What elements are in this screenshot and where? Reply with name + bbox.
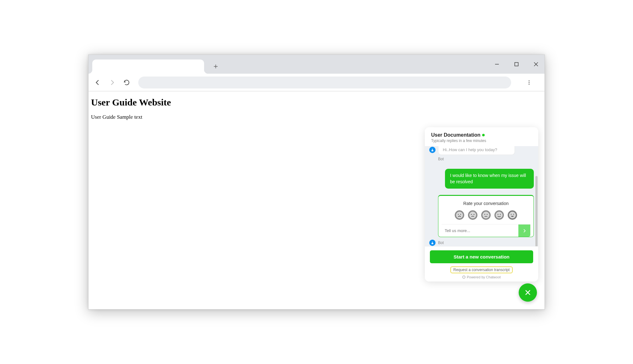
chat-title: User Documentation [431,132,480,138]
page-body-text: User Guide Sample text [91,114,542,120]
svg-point-24 [509,211,516,219]
request-transcript-link[interactable]: Request a conversation transcript [450,266,513,273]
browser-window: User Guide Website User Guide Sample tex… [88,54,545,310]
bot-sender-label: Bot [438,157,534,161]
svg-rect-3 [515,63,518,66]
chat-widget: User Documentation Typically replies in … [425,127,538,282]
rating-card: Rate your conversation [438,195,534,237]
start-new-conversation-button[interactable]: Start a new conversation [430,250,533,263]
rating-excellent-icon[interactable] [508,210,517,220]
svg-point-17 [482,211,490,219]
new-tab-button[interactable] [210,61,221,72]
svg-point-19 [487,214,488,215]
svg-point-9 [432,149,433,150]
feedback-input[interactable] [442,225,518,237]
address-bar[interactable] [138,77,511,88]
bot-avatar-icon [429,147,436,153]
back-button[interactable] [92,77,104,88]
active-tab[interactable] [92,60,204,74]
window-controls [492,55,541,74]
bot-sender-label: Bot [438,241,444,245]
browser-menu-button[interactable] [523,77,535,88]
svg-point-21 [495,211,503,219]
minimize-button[interactable] [492,59,502,70]
rating-emoji-row [442,210,530,220]
maximize-button[interactable] [511,59,522,70]
svg-point-8 [529,83,530,84]
svg-point-23 [500,214,501,215]
browser-toolbar [88,74,545,91]
powered-by-label: Powered by Chatwoot [430,275,533,279]
svg-point-22 [498,214,499,215]
chat-header: User Documentation Typically replies in … [425,127,538,146]
svg-point-12 [458,214,459,215]
page-heading: User Guide Website [91,97,542,108]
bot-message: Hi..How can I help you today? [438,146,515,155]
forward-button[interactable] [106,77,118,88]
feedback-send-button[interactable] [518,225,530,237]
rating-good-icon[interactable] [494,210,504,220]
chat-subtitle: Typically replies in a few minutes [431,139,532,143]
chatwoot-logo-icon [462,276,465,279]
svg-rect-26 [431,243,433,244]
scrollbar-thumb[interactable] [535,176,538,246]
svg-point-25 [432,242,433,243]
rating-neutral-icon[interactable] [481,210,491,220]
rating-bad-icon[interactable] [468,210,477,220]
reload-button[interactable] [121,77,133,88]
rating-title: Rate your conversation [442,201,530,206]
svg-point-18 [484,214,485,215]
svg-point-13 [460,214,461,215]
chat-body[interactable]: Hi..How can I help you today? Bot I woul… [425,146,538,246]
chat-close-fab[interactable] [519,283,537,302]
chat-footer: Start a new conversation Request a conve… [425,246,538,282]
svg-point-7 [529,82,530,83]
bot-avatar-icon [429,240,436,246]
svg-point-14 [469,211,476,219]
svg-rect-10 [431,150,433,151]
user-message: I would like to know when my issue will … [445,169,534,189]
svg-point-6 [529,80,530,81]
tab-strip [88,55,545,74]
rating-very-bad-icon[interactable] [455,210,464,220]
online-status-icon [482,134,485,136]
close-window-button[interactable] [531,59,541,70]
svg-point-11 [456,211,463,219]
